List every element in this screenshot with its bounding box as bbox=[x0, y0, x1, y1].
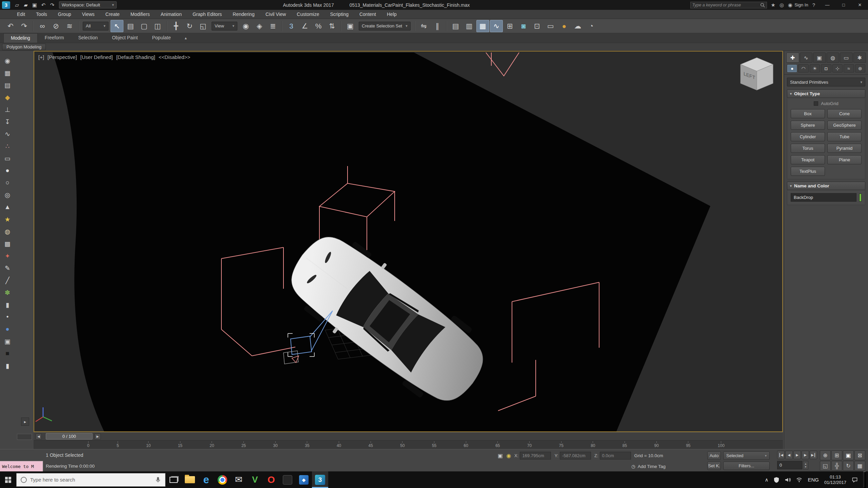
y-coordinate-field[interactable]: -587.082cm bbox=[560, 452, 591, 460]
taskbar-mail-icon[interactable]: ✉ bbox=[231, 471, 247, 488]
object-type-rollout-header[interactable]: ▾ Object Type bbox=[787, 89, 865, 98]
task-view-button[interactable] bbox=[165, 471, 182, 488]
ribbon-toggle-icon[interactable]: ▦ bbox=[476, 20, 489, 32]
selection-set-key-dropdown[interactable]: Selected▾ bbox=[723, 451, 770, 460]
menu-item[interactable]: Civil View bbox=[260, 10, 291, 19]
eye-icon[interactable]: ◉ bbox=[2, 55, 13, 66]
maximize-viewport-icon[interactable]: ▦ bbox=[854, 461, 865, 471]
select-and-rotate-icon[interactable]: ↻ bbox=[183, 20, 196, 32]
prev-frame-button[interactable]: ◀ bbox=[785, 451, 793, 459]
pin-icon[interactable]: ↧ bbox=[2, 116, 13, 127]
open-file-icon[interactable]: ▰ bbox=[22, 1, 30, 9]
perspective-viewport[interactable]: [+] [Perspective] [User Defined] [Defaul… bbox=[34, 51, 783, 432]
object-name-input[interactable] bbox=[791, 193, 856, 202]
close-button[interactable]: ✕ bbox=[852, 0, 868, 10]
polygon-modeling-panel[interactable]: Polygon Modeling bbox=[2, 44, 46, 50]
add-time-tag[interactable]: ◷ Add Time Tag bbox=[631, 464, 666, 469]
communication-center-icon[interactable]: ◎ bbox=[780, 2, 784, 8]
render-in-cloud-icon[interactable]: ☁ bbox=[571, 20, 584, 32]
goto-start-button[interactable]: ┃◀ bbox=[777, 451, 785, 459]
network-icon[interactable] bbox=[796, 477, 802, 482]
menu-item[interactable]: Scripting bbox=[324, 10, 354, 19]
schematic-view-icon[interactable]: ⊞ bbox=[504, 20, 516, 32]
viewport-pov-menu[interactable]: [Perspective] bbox=[47, 54, 77, 60]
select-and-link-icon[interactable]: ∞ bbox=[36, 20, 49, 32]
taskbar-chrome-icon[interactable] bbox=[214, 471, 231, 488]
menu-item[interactable]: Edit bbox=[12, 10, 31, 19]
align-icon[interactable]: ∥ bbox=[431, 20, 444, 32]
current-frame-field[interactable]: 0 bbox=[777, 461, 802, 469]
taskbar-search-input[interactable] bbox=[30, 477, 152, 483]
undo-icon[interactable]: ↶ bbox=[39, 1, 47, 9]
separator[interactable] bbox=[341, 21, 341, 31]
menu-item[interactable]: Customize bbox=[291, 10, 324, 19]
separator[interactable] bbox=[414, 21, 415, 31]
teapot-icon[interactable]: ◆ bbox=[2, 92, 13, 103]
viewport-layout-tabs-arrow[interactable]: ▸ bbox=[21, 418, 29, 426]
rectangular-selection-icon[interactable]: ▢ bbox=[138, 20, 151, 32]
taskbar-clock[interactable]: 01:13 01/12/2017 bbox=[824, 474, 846, 485]
backdrop-object[interactable] bbox=[53, 53, 710, 431]
select-and-move-icon[interactable]: ╋ bbox=[170, 20, 182, 32]
unlink-selection-icon[interactable]: ⊘ bbox=[50, 20, 62, 32]
ribbon-tab[interactable]: Selection bbox=[71, 33, 105, 43]
object-type-button[interactable]: TextPlus bbox=[791, 167, 825, 176]
angle-snap-icon[interactable]: ∠ bbox=[298, 20, 311, 32]
motion-tab[interactable]: ◍ bbox=[827, 53, 840, 63]
viewport-general-menu[interactable]: [+] bbox=[38, 54, 44, 60]
viewport-view-menu[interactable]: [User Defined] bbox=[80, 54, 113, 60]
taskbar-dark-app-icon[interactable] bbox=[279, 471, 296, 488]
selection-filter-dropdown[interactable]: All bbox=[83, 22, 108, 30]
dot-icon[interactable]: • bbox=[2, 311, 13, 323]
pencil-icon[interactable]: ✎ bbox=[2, 262, 13, 274]
object-type-button[interactable]: Pyramid bbox=[827, 144, 862, 153]
auto-key-button[interactable]: Auto bbox=[707, 451, 721, 460]
action-center-icon[interactable] bbox=[852, 477, 858, 483]
bind-to-space-warp-icon[interactable]: ≋ bbox=[63, 20, 76, 32]
taskbar-3dsmax-icon[interactable]: 3 bbox=[312, 471, 328, 488]
star-icon[interactable]: ★ bbox=[2, 214, 13, 225]
cone-icon[interactable]: ▲ bbox=[2, 201, 13, 213]
curve-editor-icon[interactable]: ∿ bbox=[490, 20, 503, 32]
security-shield-icon[interactable] bbox=[774, 477, 779, 483]
select-by-name-icon[interactable]: ▤ bbox=[124, 20, 137, 32]
zoom-icon[interactable]: ⊕ bbox=[820, 450, 831, 460]
ribbon-tab[interactable]: Freeform bbox=[38, 33, 71, 43]
checker-icon[interactable]: ▩ bbox=[2, 238, 13, 249]
taskbar-opera-icon[interactable]: O bbox=[263, 471, 279, 488]
goto-end-button[interactable]: ▶┃ bbox=[810, 451, 817, 459]
menu-item[interactable]: Help bbox=[381, 10, 402, 19]
window-crossing-icon[interactable]: ◫ bbox=[151, 20, 164, 32]
menu-item[interactable]: Views bbox=[77, 10, 100, 19]
keyboard-override-icon[interactable]: ≣ bbox=[267, 20, 279, 32]
taskbar-search[interactable] bbox=[16, 473, 165, 487]
microphone-icon[interactable] bbox=[155, 476, 161, 484]
menu-item[interactable]: Animation bbox=[155, 10, 187, 19]
grid-icon[interactable]: ▤ bbox=[2, 79, 13, 91]
create-tab[interactable]: ✚ bbox=[786, 53, 799, 63]
separator[interactable] bbox=[446, 21, 447, 31]
selection-lock-icon[interactable]: ◉ bbox=[506, 452, 511, 459]
previous-frame-arrow[interactable]: ◀ bbox=[36, 433, 42, 440]
sign-in-button[interactable]: ◉ Sign In bbox=[788, 2, 808, 8]
knife-icon[interactable]: ╱ bbox=[2, 274, 13, 286]
play-button[interactable]: ▶ bbox=[793, 451, 801, 459]
sphere-icon[interactable]: ● bbox=[2, 165, 13, 176]
menu-item[interactable]: Modifiers bbox=[125, 10, 155, 19]
set-key-button[interactable]: Set K. bbox=[707, 462, 721, 470]
percent-snap-icon[interactable]: % bbox=[312, 20, 325, 32]
zoom-all-icon[interactable]: ⊞ bbox=[831, 450, 842, 460]
object-type-button[interactable]: Sphere bbox=[791, 121, 825, 130]
start-button[interactable] bbox=[0, 471, 16, 488]
selection-set-dropdown[interactable]: Create Selection Set bbox=[359, 22, 411, 30]
help-icon[interactable]: ? bbox=[812, 2, 815, 8]
use-pivot-center-icon[interactable]: ◉ bbox=[239, 20, 252, 32]
ribbon-tab[interactable]: Object Paint bbox=[105, 33, 145, 43]
object-type-button[interactable]: Torus bbox=[791, 144, 825, 153]
track-bar[interactable]: 0510152025303540455055606570758085909510… bbox=[34, 440, 783, 449]
material-editor-icon[interactable]: ◙ bbox=[517, 20, 530, 32]
select-and-manipulate-icon[interactable]: ◈ bbox=[253, 20, 266, 32]
panel-icon[interactable]: ▦ bbox=[2, 67, 13, 79]
autogrid-checkbox[interactable]: AutoGrid bbox=[791, 101, 862, 106]
redo-icon[interactable]: ↷ bbox=[48, 1, 56, 9]
